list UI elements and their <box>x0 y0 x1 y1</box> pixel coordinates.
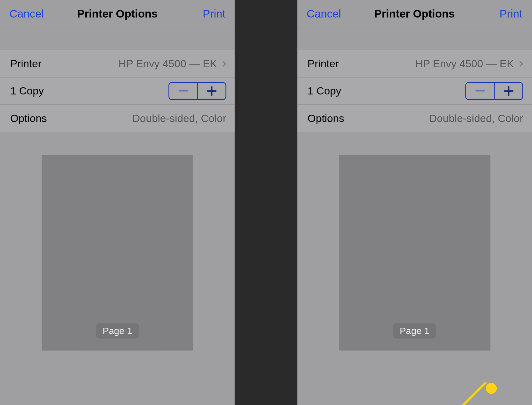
copies-label: 1 Copy <box>10 85 44 97</box>
copies-label: 1 Copy <box>307 85 341 97</box>
callout-line <box>446 382 487 405</box>
options-label: Options <box>10 112 47 124</box>
copies-increment-button[interactable] <box>197 83 225 99</box>
page-thumbnail[interactable]: Page 1 <box>42 155 193 351</box>
minus-icon <box>475 90 485 91</box>
copies-decrement-button[interactable] <box>466 83 494 99</box>
print-button[interactable]: Print <box>499 7 522 20</box>
options-row[interactable]: Options Double-sided, Color <box>297 105 532 132</box>
copies-stepper <box>465 82 523 100</box>
cancel-button[interactable]: Cancel <box>307 7 341 20</box>
minus-icon <box>179 90 188 91</box>
copies-row: 1 Copy <box>297 78 532 105</box>
screen-gap <box>235 0 297 405</box>
printer-value: HP Envy 4500 — EK <box>119 58 226 70</box>
chevron-right-icon <box>220 61 226 67</box>
printer-label: Printer <box>307 58 339 70</box>
screen-right: Cancel Printer Options Print Printer HP … <box>297 0 532 405</box>
options-label: Options <box>307 112 344 124</box>
copies-row: 1 Copy <box>0 78 235 105</box>
copies-decrement-button[interactable] <box>169 83 197 99</box>
options-list: Printer HP Envy 4500 — EK 1 Copy Options… <box>0 50 235 132</box>
printer-value: HP Envy 4500 — EK <box>415 58 523 70</box>
options-list: Printer HP Envy 4500 — EK 1 Copy Options… <box>297 50 532 132</box>
copies-increment-button[interactable] <box>494 83 522 99</box>
navbar: Cancel Printer Options Print <box>0 0 235 28</box>
printer-row[interactable]: Printer HP Envy 4500 — EK <box>297 50 532 77</box>
cancel-button[interactable]: Cancel <box>9 7 44 20</box>
options-row[interactable]: Options Double-sided, Color <box>0 105 235 132</box>
section-gap <box>0 28 235 50</box>
copies-stepper <box>169 82 226 100</box>
options-value: Double-sided, Color <box>132 112 226 124</box>
printer-row[interactable]: Printer HP Envy 4500 — EK <box>0 50 235 77</box>
page-badge: Page 1 <box>96 323 139 339</box>
plus-icon <box>504 86 514 95</box>
chevron-right-icon <box>517 61 523 67</box>
print-button[interactable]: Print <box>203 7 225 20</box>
page-thumbnail[interactable]: Page 1 <box>339 155 490 351</box>
plus-icon <box>207 86 216 95</box>
navbar: Cancel Printer Options Print <box>297 0 532 28</box>
options-value: Double-sided, Color <box>429 112 523 124</box>
callout-dot <box>486 383 497 394</box>
printer-label: Printer <box>10 58 42 70</box>
preview-area: Page 1 <box>297 132 532 374</box>
page-badge: Page 1 <box>393 323 436 339</box>
preview-area: Page 1 <box>0 132 235 374</box>
section-gap <box>297 28 532 50</box>
screen-left: Cancel Printer Options Print Printer HP … <box>0 0 235 405</box>
